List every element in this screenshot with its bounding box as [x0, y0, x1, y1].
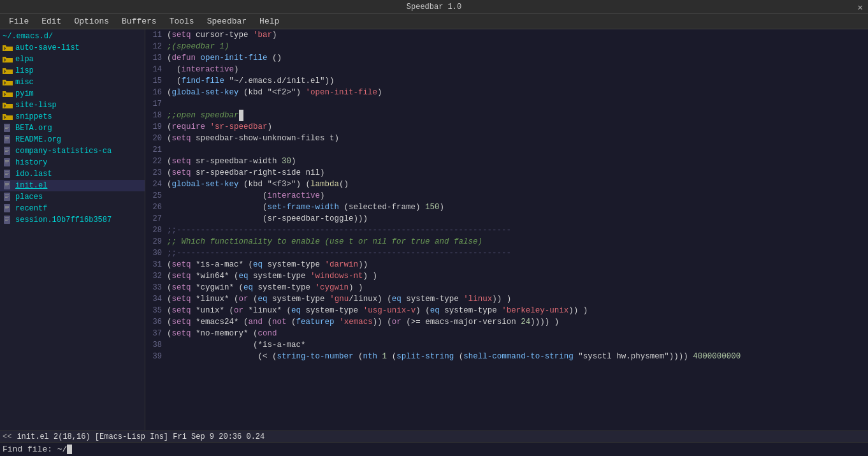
- line-number: 39: [147, 351, 167, 362]
- svg-rect-41: [5, 197, 8, 198]
- sidebar-item-README-org[interactable]: README.org: [0, 134, 145, 145]
- line-number: 27: [147, 213, 167, 224]
- sidebar-label: lisp: [15, 66, 34, 75]
- sidebar-item-session-10b7ff16b3587[interactable]: session.10b7ff16b3587: [0, 214, 145, 226]
- folder-icon: [3, 66, 13, 75]
- file-icon: [3, 216, 13, 224]
- sidebar-item-elpa[interactable]: elpa: [0, 54, 145, 65]
- svg-rect-16: [5, 127, 9, 128]
- line-number: 22: [147, 156, 167, 167]
- svg-rect-45: [5, 209, 8, 209]
- line-content: (defun open-init-file (): [167, 52, 282, 64]
- sidebar-header: ~/.emacs.d/: [0, 31, 145, 42]
- line-content: (set-frame-width (selected-frame) 150): [167, 202, 444, 213]
- line-content: (find-file "~/.emacs.d/init.el")): [167, 75, 335, 87]
- code-line: 30;;------------------------------------…: [145, 247, 868, 259]
- sidebar: ~/.emacs.d/ auto-save-list elpa lisp mis…: [0, 29, 145, 430]
- svg-rect-47: [5, 217, 9, 218]
- code-line: 31(setq *is-a-mac* (eq system-type 'darw…: [145, 259, 868, 270]
- code-line: 15 (find-file "~/.emacs.d/init.el")): [145, 75, 868, 87]
- title-bar: Speedbar 1.0 ✕: [0, 0, 868, 14]
- sidebar-item-history[interactable]: history: [0, 157, 145, 168]
- line-content: (< (string-to-number (nth 1 (split-strin…: [167, 351, 741, 362]
- sidebar-label: README.org: [15, 135, 61, 144]
- line-number: 11: [147, 29, 167, 41]
- folder-icon: [3, 101, 13, 110]
- line-number: 32: [147, 270, 167, 282]
- svg-rect-19: [5, 137, 9, 138]
- sidebar-item-company-statistics-ca[interactable]: company-statistics-ca: [0, 145, 145, 157]
- line-content: ;;--------------------------------------…: [167, 224, 511, 236]
- file-icon: [3, 170, 13, 179]
- sidebar-label: session.10b7ff16b3587: [15, 216, 112, 224]
- minibuffer[interactable]: Find file: ~/: [0, 442, 868, 456]
- sidebar-label: history: [15, 158, 47, 167]
- sidebar-item-snippets[interactable]: snippets: [0, 111, 145, 122]
- sidebar-item-pyim[interactable]: pyim: [0, 88, 145, 99]
- line-number: 35: [147, 305, 167, 316]
- menu-item-speedbar[interactable]: Speedbar: [201, 15, 253, 27]
- sidebar-item-init-el[interactable]: init.el: [0, 180, 145, 191]
- code-line: 28;;------------------------------------…: [145, 224, 868, 236]
- window-title: Speedbar 1.0: [407, 3, 461, 11]
- menu-item-tools[interactable]: Tools: [163, 15, 201, 27]
- svg-rect-35: [5, 183, 9, 184]
- code-area[interactable]: 11(setq cursor-type 'bar)12;(speedbar 1)…: [145, 29, 868, 430]
- code-line: 18;;open speedbar: [145, 110, 868, 121]
- menu-item-edit[interactable]: Edit: [35, 15, 68, 27]
- status-left: <<: [3, 432, 11, 441]
- code-line: 26 (set-frame-width (selected-frame) 150…: [145, 202, 868, 213]
- code-line: 27 (sr-speedbar-toggle))): [145, 213, 868, 224]
- line-number: 29: [147, 236, 167, 247]
- sidebar-label: elpa: [15, 55, 34, 64]
- svg-marker-10: [3, 103, 13, 108]
- folder-icon: [3, 112, 13, 121]
- line-content: (setq sr-speedbar-width 30): [167, 156, 296, 167]
- line-number: 38: [147, 339, 167, 351]
- svg-rect-42: [4, 204, 10, 212]
- sidebar-item-misc[interactable]: misc: [0, 77, 145, 88]
- sidebar-item-lisp[interactable]: lisp: [0, 65, 145, 77]
- sidebar-item-auto-save-list[interactable]: auto-save-list: [0, 42, 145, 54]
- code-line: 11(setq cursor-type 'bar): [145, 29, 868, 41]
- minibuffer-label: Find file: ~/: [3, 445, 67, 454]
- menu-bar: FileEditOptionsBuffersToolsSpeedbarHelp: [0, 14, 868, 29]
- svg-rect-49: [5, 220, 8, 221]
- file-icon: [3, 204, 13, 213]
- sidebar-item-recentf[interactable]: recentf: [0, 203, 145, 214]
- file-icon: [3, 181, 13, 190]
- sidebar-label: company-statistics-ca: [15, 147, 112, 156]
- folder-icon: [3, 55, 13, 64]
- svg-marker-6: [3, 80, 13, 85]
- sidebar-item-site-lisp[interactable]: site-lisp: [0, 99, 145, 111]
- sidebar-label: snippets: [15, 112, 52, 121]
- code-line: 12;(speedbar 1): [145, 41, 868, 52]
- svg-rect-43: [5, 206, 9, 207]
- sidebar-item-places[interactable]: places: [0, 191, 145, 203]
- line-content: (setq *cygwin* (eq system-type 'cygwin) …: [167, 282, 363, 293]
- svg-rect-28: [5, 161, 9, 162]
- sidebar-label: init.el: [15, 181, 47, 190]
- folder-icon: [3, 43, 13, 52]
- sidebar-label: misc: [15, 78, 34, 87]
- line-number: 24: [147, 179, 167, 190]
- svg-rect-48: [5, 219, 9, 219]
- menu-item-options[interactable]: Options: [68, 15, 115, 27]
- line-content: ;;open speedbar: [167, 110, 243, 121]
- close-button[interactable]: ✕: [858, 1, 863, 12]
- code-line: 23(setq sr-speedbar-right-side nil): [145, 167, 868, 179]
- svg-marker-12: [3, 114, 13, 120]
- line-number: 21: [147, 144, 167, 156]
- sidebar-item-ido-last[interactable]: ido.last: [0, 168, 145, 180]
- line-content: [167, 98, 172, 110]
- menu-item-buffers[interactable]: Buffers: [115, 15, 163, 27]
- svg-rect-33: [5, 174, 8, 175]
- menu-item-file[interactable]: File: [3, 15, 35, 27]
- line-content: (interactive): [167, 190, 325, 202]
- svg-marker-8: [3, 91, 13, 97]
- menu-item-help[interactable]: Help: [253, 15, 286, 27]
- folder-icon: [3, 78, 13, 87]
- folder-icon: [3, 89, 13, 98]
- file-icon: [3, 135, 13, 144]
- sidebar-item-BETA-org[interactable]: BETA.org: [0, 122, 145, 134]
